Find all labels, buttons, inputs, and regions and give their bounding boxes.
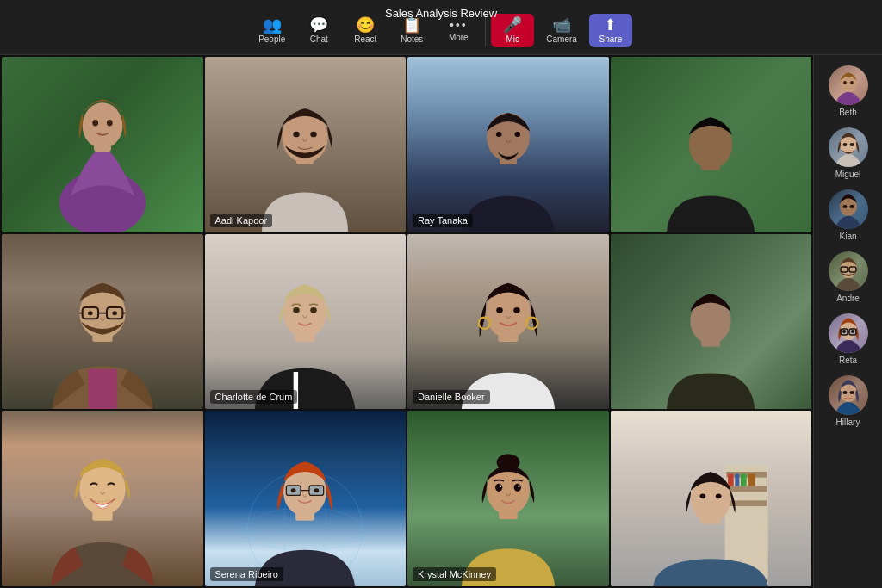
video-cell-plant2[interactable] (611, 234, 812, 410)
meeting-title: Sales Analysis Review (385, 7, 497, 20)
svg-point-89 (849, 391, 854, 394)
svg-point-67 (716, 493, 722, 498)
svg-point-12 (514, 132, 520, 137)
video-cell-charlotte[interactable]: Charlotte de Crum (205, 234, 407, 410)
avatar-hillary (829, 375, 868, 415)
video-grid: Aadi Kapoor Ray Tanaka (0, 55, 813, 588)
sidebar-name-beth: Beth (839, 108, 857, 117)
sidebar-name-miguel: Miguel (835, 170, 860, 179)
svg-point-51 (496, 454, 519, 471)
svg-point-73 (849, 143, 854, 146)
svg-point-8 (310, 132, 316, 138)
chat-label: Chat (310, 34, 328, 44)
top-bar: Sales Analysis Review 👥 People 💬 Chat 😊 … (0, 0, 882, 55)
participant-name-serena: Serena Ribeiro (210, 567, 283, 581)
svg-point-2 (82, 103, 122, 149)
more-button[interactable]: ••• More (437, 15, 480, 46)
sidebar-participant-andre[interactable]: Andre (814, 248, 882, 306)
participant-name-ray: Ray Tanaka (413, 214, 473, 227)
share-button[interactable]: ⬆ Share (589, 14, 632, 47)
sidebar-name-andre: Andre (836, 294, 860, 303)
avatar-miguel (829, 127, 868, 167)
svg-point-86 (851, 330, 854, 333)
participant-name-danielle: Danielle Booker (413, 390, 490, 404)
svg-point-72 (842, 143, 847, 146)
chat-button[interactable]: 💬 Chat (297, 14, 340, 47)
camera-label: Camera (546, 34, 577, 44)
people-icon: 👥 (263, 17, 282, 33)
sidebar-name-reta: Reta (839, 356, 857, 365)
react-icon: 😊 (356, 17, 375, 33)
react-label: React (354, 34, 376, 44)
svg-point-52 (495, 483, 502, 491)
sidebar-participant-hillary[interactable]: Hillary (814, 372, 882, 430)
share-label: Share (599, 34, 623, 44)
svg-point-23 (88, 311, 93, 315)
more-label: More (449, 33, 469, 42)
react-button[interactable]: 😊 React (344, 14, 387, 47)
svg-point-7 (294, 132, 300, 138)
avatar-beth (829, 65, 868, 105)
svg-point-48 (314, 488, 320, 492)
participant-name-charlotte: Charlotte de Crum (210, 390, 298, 404)
more-icon: ••• (450, 19, 468, 31)
chat-icon: 💬 (309, 17, 328, 33)
svg-point-75 (842, 205, 847, 208)
video-cell-aadi[interactable]: Aadi Kapoor (205, 57, 407, 232)
sidebar-participant-beth[interactable]: Beth (814, 62, 882, 121)
svg-point-70 (850, 81, 854, 84)
svg-point-55 (518, 485, 519, 486)
avatar-reta (829, 313, 868, 353)
svg-point-3 (92, 120, 98, 126)
svg-rect-15 (88, 369, 116, 410)
video-cell-danielle[interactable]: Danielle Booker (407, 234, 609, 410)
participant-name-krystal: Krystal McKinney (413, 567, 496, 581)
participant-name-aadi: Aadi Kapoor (210, 214, 273, 227)
main-content: Aadi Kapoor Ray Tanaka (0, 55, 882, 588)
svg-point-28 (310, 307, 316, 313)
svg-point-53 (513, 483, 520, 491)
svg-point-66 (700, 493, 706, 498)
svg-point-88 (842, 391, 847, 394)
svg-rect-60 (728, 473, 734, 486)
mic-icon: 🎤 (503, 17, 522, 33)
sidebar-participant-miguel[interactable]: Miguel (814, 124, 882, 183)
sidebar-name-kian: Kian (839, 232, 856, 241)
sidebar-name-hillary: Hillary (836, 418, 860, 427)
svg-point-76 (849, 205, 854, 208)
svg-rect-61 (736, 473, 740, 486)
sidebar-participant-reta[interactable]: Reta (814, 310, 882, 368)
svg-rect-63 (748, 473, 755, 486)
video-cell-krystal[interactable]: Krystal McKinney (407, 411, 609, 586)
avatar-kian (829, 189, 868, 229)
video-cell-young-man[interactable] (2, 411, 203, 586)
svg-rect-62 (741, 473, 747, 486)
avatar-andre (829, 251, 868, 291)
camera-icon: 📹 (552, 17, 571, 33)
video-cell-plants[interactable] (611, 57, 812, 232)
notes-label: Notes (401, 34, 423, 44)
svg-point-69 (843, 81, 847, 84)
svg-point-4 (107, 120, 113, 126)
sidebar-participant-kian[interactable]: Kian (814, 186, 882, 244)
svg-point-11 (496, 132, 502, 137)
video-cell-avatar1[interactable] (2, 57, 203, 232)
svg-point-27 (294, 307, 300, 313)
mic-label: Mic (506, 34, 520, 44)
svg-point-24 (112, 311, 117, 315)
people-button[interactable]: 👥 People (250, 14, 294, 47)
video-cell-serena[interactable]: Serena Ribeiro (205, 411, 407, 586)
svg-point-33 (496, 307, 502, 313)
svg-point-85 (842, 330, 846, 333)
svg-point-34 (513, 307, 519, 313)
mic-button[interactable]: 🎤 Mic (491, 14, 534, 47)
svg-point-54 (499, 485, 500, 486)
svg-point-47 (291, 488, 296, 492)
share-icon: ⬆ (604, 17, 617, 33)
sidebar: Beth Miguel (813, 55, 882, 588)
video-cell-ray[interactable]: Ray Tanaka (407, 57, 609, 232)
video-cell-presentation[interactable] (611, 411, 812, 586)
video-cell-glasses-man[interactable] (2, 234, 203, 410)
camera-button[interactable]: 📹 Camera (537, 14, 586, 47)
people-label: People (258, 34, 285, 44)
